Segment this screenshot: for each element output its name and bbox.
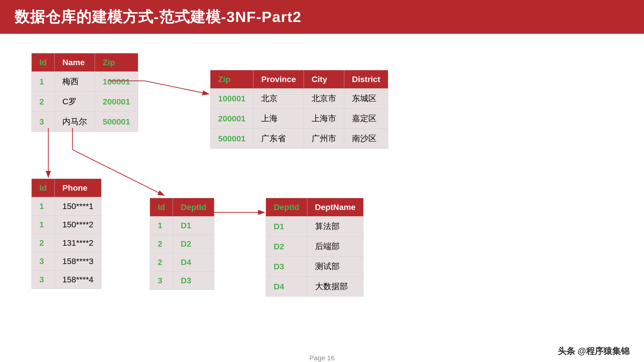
header: 数据仓库的建模方式-范式建模-3NF-Part2 (0, 0, 644, 34)
col-name: Name (54, 53, 95, 72)
table-row: 2 C罗 200001 (32, 92, 138, 112)
col-id: Id (32, 179, 54, 197)
footer-text: 头条 @程序猿集锦 (558, 345, 630, 357)
table-phone: Id Phone 1 150****1 1 150****2 2 131****… (32, 179, 102, 289)
table-row: D1 算法部 (266, 217, 364, 237)
col-zip: Zip (210, 70, 254, 89)
table-row: 2 D4 (150, 253, 214, 272)
col-city: City (304, 70, 344, 89)
table-row: 500001 广东省 广州市 南沙区 (210, 129, 388, 149)
col-district: District (344, 70, 388, 89)
table-row: 3 D3 (150, 272, 214, 290)
col-deptid: DeptId (173, 198, 214, 217)
table-row: 1 150****2 (32, 216, 102, 234)
table-row: 1 150****1 (32, 197, 102, 216)
table-main: Id Name Zip 1 梅西 100001 2 C罗 200001 3 内马… (32, 53, 138, 132)
table-dept-rel: Id DeptId 1 D1 2 D2 2 D4 3 D3 (150, 198, 214, 290)
col-id: Id (150, 198, 173, 217)
table-zip: Zip Province City District 100001 北京 北京市… (210, 70, 388, 149)
table-row: 1 D1 (150, 217, 214, 235)
table-dept: DeptId DeptName D1 算法部 D2 后端部 D3 测试部 D4 … (266, 198, 364, 297)
table-row: D2 后端部 (266, 237, 364, 257)
page-title: 数据仓库的建模方式-范式建模-3NF-Part2 (14, 7, 302, 27)
col-id: Id (32, 53, 54, 72)
col-deptname: DeptName (307, 198, 363, 217)
table-row: 2 131****2 (32, 234, 102, 252)
table-row: 2 D2 (150, 235, 214, 253)
main-content: Id Name Zip 1 梅西 100001 2 C罗 200001 3 内马… (0, 34, 644, 362)
table-row: D3 测试部 (266, 257, 364, 277)
page-number: Page 16 (310, 354, 334, 362)
col-phone: Phone (54, 179, 102, 197)
col-zip: Zip (95, 53, 138, 72)
table-row: 3 158****3 (32, 252, 102, 271)
col-deptid: DeptId (266, 198, 307, 217)
col-province: Province (254, 70, 304, 89)
table-row: 3 内马尔 500001 (32, 112, 138, 132)
table-row: 1 梅西 100001 (32, 72, 138, 92)
table-row: 3 158****4 (32, 271, 102, 289)
table-row: D4 大数据部 (266, 277, 364, 297)
table-row: 100001 北京 北京市 东城区 (210, 89, 388, 109)
table-row: 200001 上海 上海市 嘉定区 (210, 109, 388, 129)
